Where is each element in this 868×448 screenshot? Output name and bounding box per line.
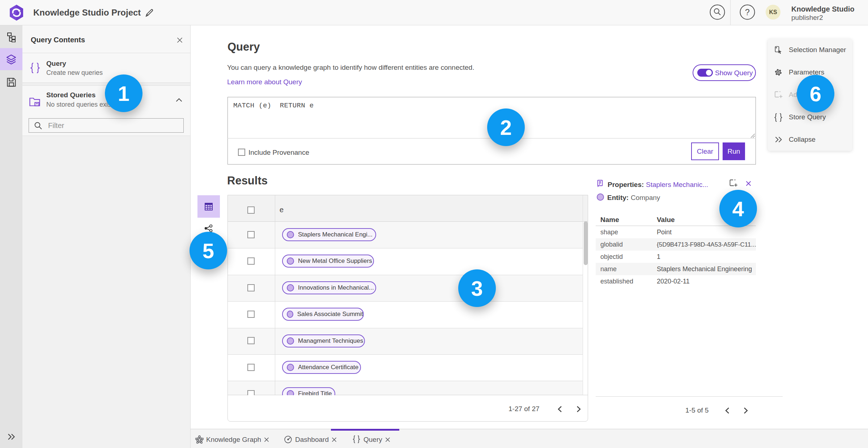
svg-text:?: ? [745, 8, 750, 17]
